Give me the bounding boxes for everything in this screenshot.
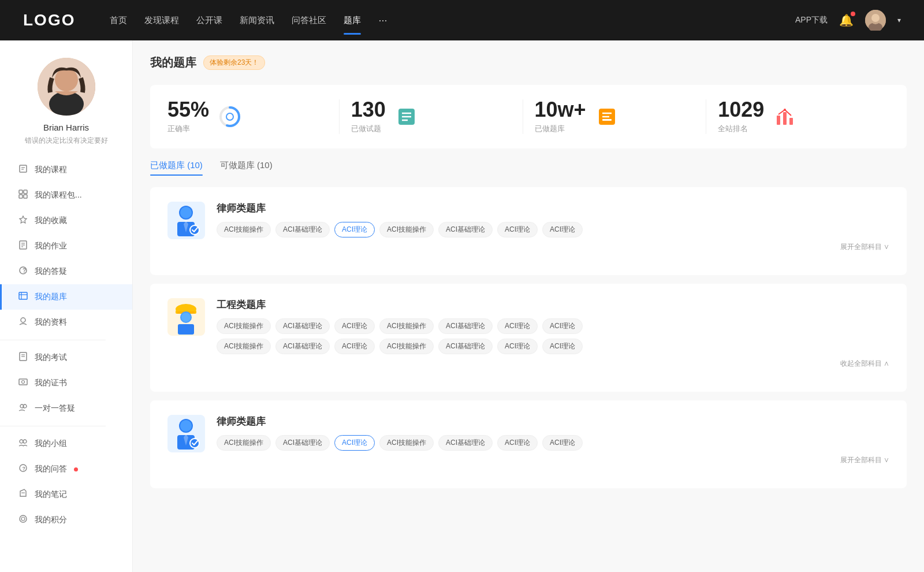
stat-ranking-label: 全站排名 xyxy=(718,124,764,134)
stat-done-banks-value: 10w+ xyxy=(535,99,586,120)
nav-open-course[interactable]: 公开课 xyxy=(196,12,222,29)
nav-news[interactable]: 新闻资讯 xyxy=(240,12,274,29)
eng-tag-2[interactable]: ACI理论 xyxy=(334,318,375,334)
tab-available-banks[interactable]: 可做题库 (10) xyxy=(220,160,273,176)
sidebar: Brian Harris 错误的决定比没有决定要好 我的课程 我的课程包... … xyxy=(0,40,133,572)
l2-tag-1[interactable]: ACI基础理论 xyxy=(275,435,330,451)
tag-1[interactable]: ACI基础理论 xyxy=(275,222,330,237)
eng-tag-3[interactable]: ACI技能操作 xyxy=(379,318,434,334)
eng-tag-8[interactable]: ACI基础理论 xyxy=(275,339,330,354)
svg-text:?: ? xyxy=(23,466,26,471)
stat-done-questions-info: 130 已做试题 xyxy=(351,99,386,134)
eng-tag-5[interactable]: ACI理论 xyxy=(497,318,538,334)
avatar-dropdown-icon[interactable]: ▾ xyxy=(897,16,901,24)
qbank-header-lawyer-1: 律师类题库 ACI技能操作 ACI基础理论 ACI理论 ACI技能操作 ACI基… xyxy=(167,202,889,252)
l2-tag-2-active[interactable]: ACI理论 xyxy=(334,435,375,451)
qbank-header-engineer: 工程类题库 ACI技能操作 ACI基础理论 ACI理论 ACI技能操作 ACI基… xyxy=(167,298,889,369)
sidebar-item-label-package: 我的课程包... xyxy=(35,190,82,200)
materials-icon xyxy=(17,317,29,328)
svg-point-32 xyxy=(23,440,27,443)
eng-tag-1[interactable]: ACI基础理论 xyxy=(275,318,330,334)
nav-more[interactable]: ··· xyxy=(378,14,387,27)
qbank-title-lawyer-2: 律师类题库 xyxy=(217,415,889,428)
avatar[interactable] xyxy=(865,10,886,31)
qbank-header-lawyer-2: 律师类题库 ACI技能操作 ACI基础理论 ACI理论 ACI技能操作 ACI基… xyxy=(167,415,889,465)
engineer-avatar xyxy=(167,298,205,336)
eng-tag-7[interactable]: ACI技能操作 xyxy=(217,339,271,354)
sidebar-item-notes[interactable]: 我的笔记 xyxy=(0,482,132,507)
stat-done-banks-info: 10w+ 已做题库 xyxy=(535,99,586,134)
sidebar-avatar xyxy=(38,58,95,116)
eng-tag-0[interactable]: ACI技能操作 xyxy=(217,318,271,334)
eng-tag-13[interactable]: ACI理论 xyxy=(542,339,583,354)
nav-home[interactable]: 首页 xyxy=(110,12,127,29)
qbank-content-lawyer-2: 律师类题库 ACI技能操作 ACI基础理论 ACI理论 ACI技能操作 ACI基… xyxy=(217,415,889,465)
navbar-right: APP下载 🔔 ▾ xyxy=(795,10,901,31)
app-download-link[interactable]: APP下载 xyxy=(795,15,828,25)
expand-link-lawyer-2[interactable]: 展开全部科目 ∨ xyxy=(217,455,889,465)
tag-2-active[interactable]: ACI理论 xyxy=(334,222,375,237)
l2-tag-5[interactable]: ACI理论 xyxy=(497,435,538,451)
stat-ranking: 1029 全站排名 xyxy=(706,99,889,134)
page-header: 我的题库 体验剩余23天！ xyxy=(150,55,907,70)
tag-3[interactable]: ACI技能操作 xyxy=(379,222,434,237)
sidebar-item-points[interactable]: 我的积分 xyxy=(0,507,132,533)
sidebar-item-qbank[interactable]: 我的题库 xyxy=(0,284,132,310)
stat-done-banks: 10w+ 已做题库 xyxy=(523,99,707,134)
sidebar-item-course-package[interactable]: 我的课程包... xyxy=(0,183,132,208)
svg-point-36 xyxy=(20,515,27,522)
eng-tag-4[interactable]: ACI基础理论 xyxy=(438,318,493,334)
svg-point-56 xyxy=(180,207,192,218)
tag-4[interactable]: ACI基础理论 xyxy=(438,222,493,237)
tag-6[interactable]: ACI理论 xyxy=(542,222,583,237)
stat-correct-rate-info: 55% 正确率 xyxy=(167,99,209,134)
stat-ranking-info: 1029 全站排名 xyxy=(718,99,764,134)
sidebar-avatar-image xyxy=(38,58,95,116)
sidebar-item-one-on-one[interactable]: 一对一答疑 xyxy=(0,396,132,421)
collapse-link-engineer[interactable]: 收起全部科目 ∧ xyxy=(217,359,889,369)
sidebar-item-certificate[interactable]: 我的证书 xyxy=(0,370,132,396)
qbank-card-lawyer-2: 律师类题库 ACI技能操作 ACI基础理论 ACI理论 ACI技能操作 ACI基… xyxy=(150,400,907,488)
sidebar-item-homework[interactable]: 我的作业 xyxy=(0,233,132,259)
eng-tag-11[interactable]: ACI基础理论 xyxy=(438,339,493,354)
l2-tag-6[interactable]: ACI理论 xyxy=(542,435,583,451)
divider-2 xyxy=(0,426,106,426)
correct-rate-icon xyxy=(218,105,241,128)
sidebar-item-questions[interactable]: ? 我的问答 xyxy=(0,456,132,482)
stat-done-questions-label: 已做试题 xyxy=(351,124,386,134)
questions-badge xyxy=(74,467,78,471)
sidebar-item-label-qa: 我的答疑 xyxy=(35,266,67,277)
nav-discover[interactable]: 发现课程 xyxy=(144,12,179,29)
sidebar-username: Brian Harris xyxy=(43,122,89,132)
logo[interactable]: LOGO xyxy=(23,11,75,29)
sidebar-item-group[interactable]: 我的小组 xyxy=(0,431,132,456)
eng-tag-9[interactable]: ACI理论 xyxy=(334,339,375,354)
nav-qa[interactable]: 问答社区 xyxy=(292,12,326,29)
notes-icon xyxy=(17,489,29,500)
done-questions-icon xyxy=(395,105,418,128)
trial-badge: 体验剩余23天！ xyxy=(203,55,265,70)
svg-rect-12 xyxy=(24,195,27,198)
favorites-icon xyxy=(17,215,29,226)
l2-tag-0[interactable]: ACI技能操作 xyxy=(217,435,271,451)
group-icon xyxy=(17,438,29,450)
sidebar-item-favorites[interactable]: 我的收藏 xyxy=(0,208,132,233)
notification-bell[interactable]: 🔔 xyxy=(839,13,854,27)
eng-tag-12[interactable]: ACI理论 xyxy=(497,339,538,354)
sidebar-item-qa[interactable]: ? 我的答疑 xyxy=(0,259,132,284)
stat-correct-rate-value: 55% xyxy=(167,99,209,120)
sidebar-item-materials[interactable]: 我的资料 xyxy=(0,310,132,335)
stat-correct-rate: 55% 正确率 xyxy=(167,99,340,134)
expand-link-lawyer-1[interactable]: 展开全部科目 ∨ xyxy=(217,242,889,252)
tag-0[interactable]: ACI技能操作 xyxy=(217,222,271,237)
eng-tag-10[interactable]: ACI技能操作 xyxy=(379,339,434,354)
tab-done-banks[interactable]: 已做题库 (10) xyxy=(150,160,203,176)
l2-tag-4[interactable]: ACI基础理论 xyxy=(438,435,493,451)
sidebar-item-course[interactable]: 我的课程 xyxy=(0,157,132,183)
sidebar-item-exam[interactable]: 我的考试 xyxy=(0,345,132,370)
l2-tag-3[interactable]: ACI技能操作 xyxy=(379,435,434,451)
qa-icon: ? xyxy=(17,266,29,277)
nav-question-bank[interactable]: 题库 xyxy=(344,12,361,29)
eng-tag-6[interactable]: ACI理论 xyxy=(542,318,583,334)
tag-5[interactable]: ACI理论 xyxy=(497,222,538,237)
